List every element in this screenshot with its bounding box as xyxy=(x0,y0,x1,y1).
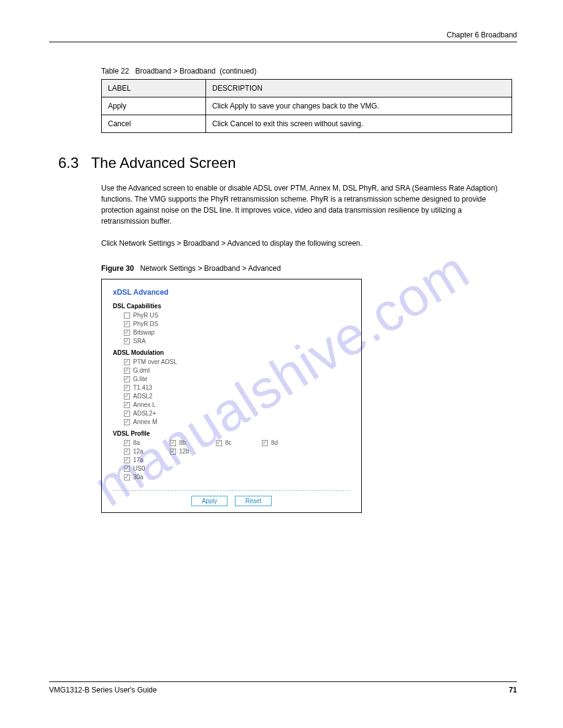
checkbox-label: 8c xyxy=(225,439,232,446)
checkbox-icon xyxy=(124,419,130,425)
table-caption: Table 22 Broadband > Broadband (continue… xyxy=(101,67,517,75)
section-heading: 6.3The Advanced Screen xyxy=(58,154,517,172)
checkbox-8b[interactable]: 8b xyxy=(170,439,216,446)
checkbox-label: PhyR US xyxy=(133,312,158,319)
checkbox-label: Annex L xyxy=(133,401,156,408)
panel-button-row: Apply Reset xyxy=(113,491,350,512)
checkbox-12a[interactable]: 12a xyxy=(124,448,170,455)
checkbox-icon xyxy=(124,313,130,319)
checkbox-label: 8b xyxy=(179,439,186,446)
page-header: Chapter 6 Broadband xyxy=(49,31,517,39)
figure-label: Figure 30 xyxy=(101,264,134,273)
nav-path: Click Network Settings > Broadband > Adv… xyxy=(101,239,260,248)
checkbox-icon xyxy=(124,440,130,446)
checkbox-gdmt[interactable]: G.dmt xyxy=(124,367,350,374)
table-caption-text: Broadband > Broadband xyxy=(135,67,215,75)
checkbox-label: G.lite xyxy=(133,376,147,382)
checkbox-label: PhyR DS xyxy=(133,320,158,327)
section-title: The Advanced Screen xyxy=(91,154,236,171)
cell-desc: Click Apply to save your changes back to… xyxy=(206,97,512,115)
table-row: Apply Click Apply to save your changes b… xyxy=(102,97,512,115)
checkbox-icon xyxy=(124,402,130,408)
checkbox-label: PTM over ADSL xyxy=(133,358,177,365)
checkbox-label: Annex M xyxy=(133,419,157,425)
checkbox-sra[interactable]: SRA xyxy=(124,338,350,344)
panel-title: xDSL Advanced xyxy=(113,288,350,297)
checkbox-icon xyxy=(124,376,130,382)
checkbox-icon xyxy=(124,338,130,344)
checkbox-annex-l[interactable]: Annex L xyxy=(124,401,350,408)
checkbox-30a[interactable]: 30a xyxy=(124,474,170,480)
checkbox-icon xyxy=(124,449,130,455)
checkbox-glite[interactable]: G.lite xyxy=(124,376,350,382)
xdsl-advanced-panel: xDSL Advanced DSL Capabilities PhyR US P… xyxy=(101,279,362,513)
section-number: 6.3 xyxy=(58,154,79,171)
footer-page-number: 71 xyxy=(509,686,517,694)
checkbox-icon xyxy=(170,449,176,455)
vdsl-profile-heading: VDSL Profile xyxy=(113,430,350,437)
reset-button[interactable]: Reset xyxy=(235,496,272,506)
label-description-table: LABEL DESCRIPTION Apply Click Apply to s… xyxy=(101,79,512,133)
vdsl-profile-grid: 8a 8b 8c 8d 12a 12b 17a US0 30a xyxy=(124,439,350,480)
checkbox-label: T1.413 xyxy=(133,384,152,391)
checkbox-label: 12a xyxy=(133,448,144,455)
checkbox-label: ADSL2 xyxy=(133,393,153,400)
checkbox-17a[interactable]: 17a xyxy=(124,457,170,463)
header-rule xyxy=(49,42,517,42)
checkbox-12b[interactable]: 12b xyxy=(170,448,216,455)
checkbox-label: G.dmt xyxy=(133,367,150,374)
checkbox-8d[interactable]: 8d xyxy=(262,439,308,446)
table-row: Cancel Click Cancel to exit this screen … xyxy=(102,115,512,133)
checkbox-icon xyxy=(124,385,130,391)
checkbox-icon xyxy=(124,321,130,327)
table-label: Table 22 xyxy=(101,67,129,75)
nav-rest: to display the following screen. xyxy=(260,239,362,248)
body-paragraph-2: Click Network Settings > Broadband > Adv… xyxy=(101,238,506,249)
checkbox-annex-m[interactable]: Annex M xyxy=(124,419,350,425)
figure-caption: Figure 30 Network Settings > Broadband >… xyxy=(101,264,517,273)
checkbox-icon xyxy=(124,474,130,480)
checkbox-icon xyxy=(124,330,130,336)
checkbox-icon xyxy=(124,359,130,365)
checkbox-phyr-us[interactable]: PhyR US xyxy=(124,312,350,319)
th-description: DESCRIPTION xyxy=(206,80,512,97)
checkbox-icon xyxy=(262,440,268,446)
checkbox-label: Bitswap xyxy=(133,329,155,336)
cell-label: Apply xyxy=(102,97,206,115)
cell-desc: Click Cancel to exit this screen without… xyxy=(206,115,512,133)
adsl-modulation-heading: ADSL Modulation xyxy=(113,349,350,356)
checkbox-8a[interactable]: 8a xyxy=(124,439,170,446)
checkbox-icon xyxy=(124,466,130,472)
dsl-capabilities-heading: DSL Capabilities xyxy=(113,303,350,309)
cell-label: Cancel xyxy=(102,115,206,133)
checkbox-label: 8d xyxy=(271,439,278,446)
checkbox-label: 17a xyxy=(133,457,144,463)
checkbox-icon xyxy=(124,368,130,374)
checkbox-adsl2[interactable]: ADSL2 xyxy=(124,393,350,400)
checkbox-ptm-over-adsl[interactable]: PTM over ADSL xyxy=(124,358,350,365)
th-label: LABEL xyxy=(102,80,206,97)
chapter-label: Chapter 6 Broadband xyxy=(446,31,517,39)
apply-button[interactable]: Apply xyxy=(191,496,228,506)
checkbox-label: ADSL2+ xyxy=(133,410,156,417)
checkbox-us0[interactable]: US0 xyxy=(124,465,170,472)
checkbox-adsl2-plus[interactable]: ADSL2+ xyxy=(124,410,350,417)
checkbox-icon xyxy=(124,411,130,417)
footer-rule xyxy=(49,681,517,682)
checkbox-phyr-ds[interactable]: PhyR DS xyxy=(124,320,350,327)
figure-text: Network Settings > Broadband > Advanced xyxy=(140,264,280,273)
checkbox-label: 12b xyxy=(179,448,190,455)
checkbox-label: SRA xyxy=(133,338,146,344)
continued-label: (continued) xyxy=(220,67,256,75)
checkbox-label: 30a xyxy=(133,474,144,480)
table-header-row: LABEL DESCRIPTION xyxy=(102,80,512,97)
page-footer: VMG1312-B Series User's Guide 71 xyxy=(49,681,517,694)
checkbox-label: US0 xyxy=(133,465,145,472)
checkbox-label: 8a xyxy=(133,439,140,446)
checkbox-icon xyxy=(124,393,130,400)
checkbox-bitswap[interactable]: Bitswap xyxy=(124,329,350,336)
body-paragraph-1: Use the Advanced screen to enable or dis… xyxy=(101,183,506,227)
checkbox-t1413[interactable]: T1.413 xyxy=(124,384,350,391)
checkbox-icon xyxy=(124,457,130,463)
checkbox-8c[interactable]: 8c xyxy=(216,439,262,446)
